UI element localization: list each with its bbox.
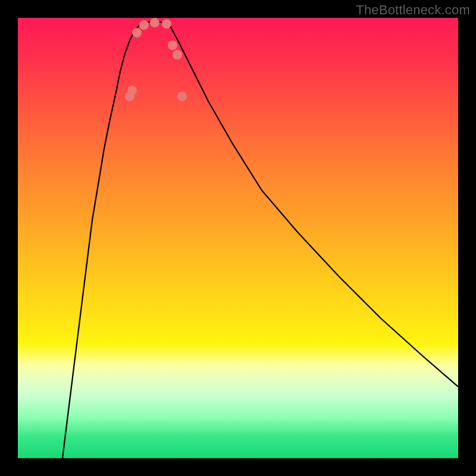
data-point [139,20,149,30]
chart-plot-area [18,18,458,458]
chart-markers [125,18,187,101]
data-point [127,86,137,95]
data-point [168,40,177,50]
data-point [177,92,187,101]
data-point [150,18,159,27]
bottleneck-curve [62,21,458,458]
data-point [173,50,182,60]
chart-svg [18,18,458,458]
chart-curve [62,21,458,458]
data-point [132,28,142,37]
data-point [162,19,171,29]
watermark-label: TheBottleneck.com [356,2,470,18]
chart-frame: TheBottleneck.com [0,0,476,476]
